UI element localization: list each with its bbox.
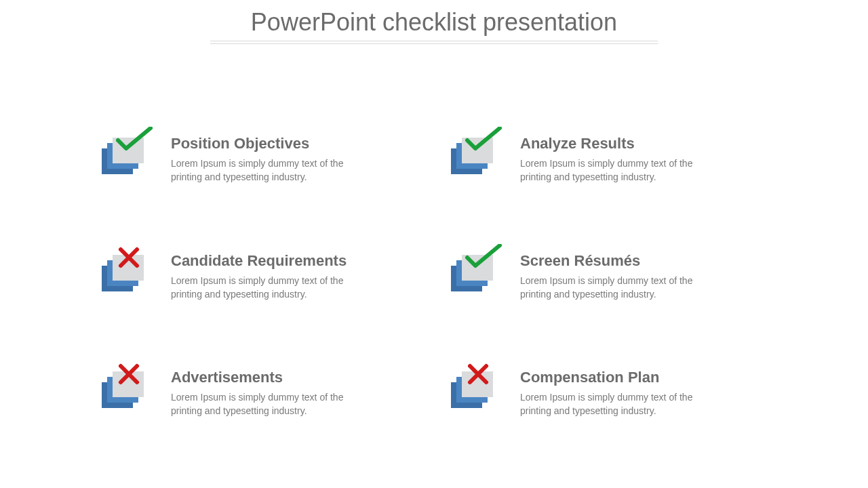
- cross-icon: [463, 361, 504, 388]
- check-icon: [463, 127, 504, 154]
- title-rule-1: [210, 41, 658, 41]
- item-desc: Lorem Ipsum is simply dummy text of the …: [520, 274, 710, 302]
- checklist-item: Position Objectives Lorem Ipsum is simpl…: [102, 132, 417, 184]
- item-title: Compensation Plan: [520, 369, 710, 386]
- title-block: PowerPoint checklist presentation: [0, 0, 868, 44]
- stacked-card-check-icon: [451, 249, 504, 291]
- item-title: Screen Résumés: [520, 252, 710, 270]
- checklist-item: Screen Résumés Lorem Ipsum is simply dum…: [451, 249, 766, 302]
- item-title: Analyze Results: [520, 135, 710, 152]
- stacked-card-cross-icon: [102, 249, 155, 291]
- stacked-card-cross-icon: [451, 366, 504, 408]
- item-title: Candidate Requirements: [171, 252, 361, 270]
- item-desc: Lorem Ipsum is simply dummy text of the …: [171, 390, 361, 418]
- checklist-item: Advertisements Lorem Ipsum is simply dum…: [102, 366, 417, 418]
- item-desc: Lorem Ipsum is simply dummy text of the …: [520, 157, 710, 184]
- stacked-card-cross-icon: [102, 366, 155, 408]
- item-desc: Lorem Ipsum is simply dummy text of the …: [171, 274, 361, 302]
- checklist-item: Compensation Plan Lorem Ipsum is simply …: [451, 366, 766, 418]
- check-icon: [114, 127, 155, 154]
- cross-icon: [114, 244, 155, 271]
- cross-icon: [114, 361, 155, 388]
- check-icon: [463, 244, 504, 271]
- page-title: PowerPoint checklist presentation: [248, 8, 620, 41]
- item-desc: Lorem Ipsum is simply dummy text of the …: [171, 157, 361, 184]
- item-desc: Lorem Ipsum is simply dummy text of the …: [520, 390, 710, 418]
- item-title: Position Objectives: [171, 135, 361, 152]
- stacked-card-check-icon: [102, 132, 155, 174]
- stacked-card-check-icon: [451, 132, 504, 174]
- checklist-grid: Position Objectives Lorem Ipsum is simpl…: [0, 44, 868, 418]
- checklist-item: Candidate Requirements Lorem Ipsum is si…: [102, 249, 417, 302]
- checklist-item: Analyze Results Lorem Ipsum is simply du…: [451, 132, 766, 184]
- item-title: Advertisements: [171, 369, 361, 386]
